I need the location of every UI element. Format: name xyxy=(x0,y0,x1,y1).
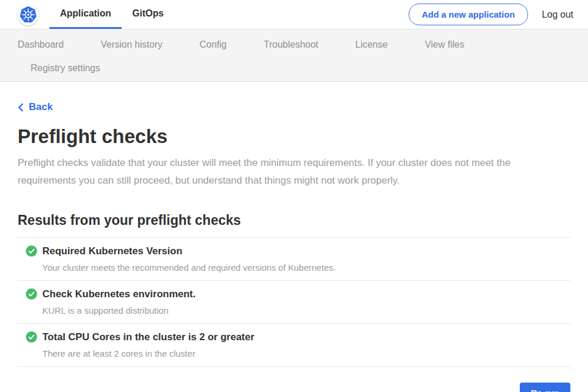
main-content: Back Preflight checks Preflight checks v… xyxy=(0,82,588,392)
preflight-check-row: Total CPU Cores in the cluster is 2 or g… xyxy=(18,323,570,366)
kubernetes-logo-icon xyxy=(18,5,38,25)
preflight-check-row: Required Kubernetes Version Your cluster… xyxy=(18,237,570,280)
subnav-row-1: Dashboard Version history Config Trouble… xyxy=(18,39,588,50)
check-title-row: Check Kubernetes environment. xyxy=(26,288,570,300)
check-title: Required Kubernetes Version xyxy=(42,245,182,257)
preflight-check-row: Check Kubernetes environment. KURL is a … xyxy=(18,280,570,323)
app-header: Application GitOps Add a new application… xyxy=(0,0,588,29)
subnav-item-troubleshoot[interactable]: Troubleshoot xyxy=(263,39,318,50)
check-title-row: Total CPU Cores in the cluster is 2 or g… xyxy=(26,331,570,343)
rerun-button[interactable]: Re-run xyxy=(520,383,570,392)
check-circle-icon xyxy=(26,331,37,343)
preflight-check-list: Required Kubernetes Version Your cluster… xyxy=(18,237,570,367)
chevron-left-icon xyxy=(18,103,24,112)
check-description: Your cluster meets the recommended and r… xyxy=(42,263,570,273)
kubernetes-logo[interactable] xyxy=(18,4,39,25)
check-description: KURL is a supported distribution xyxy=(42,305,570,315)
tab-gitops[interactable]: GitOps xyxy=(122,0,174,29)
check-circle-icon xyxy=(26,245,37,257)
logout-link[interactable]: Log out xyxy=(542,9,573,20)
back-link-label: Back xyxy=(29,101,53,113)
footer-actions: Re-run xyxy=(18,367,570,392)
subnav-item-version-history[interactable]: Version history xyxy=(101,39,162,50)
add-new-application-button[interactable]: Add a new application xyxy=(409,4,527,25)
subnav-item-view-files[interactable]: View files xyxy=(425,39,464,50)
page-description: Preflight checks validate that your clus… xyxy=(18,154,556,190)
check-title-row: Required Kubernetes Version xyxy=(26,245,570,257)
subnav-item-registry-settings[interactable]: Registry settings xyxy=(31,63,100,74)
subnav-row-2: Registry settings xyxy=(18,63,588,74)
tab-application[interactable]: Application xyxy=(49,0,122,29)
check-description: There are at least 2 cores in the cluste… xyxy=(42,348,570,358)
check-title: Total CPU Cores in the cluster is 2 or g… xyxy=(42,331,255,343)
check-title: Check Kubernetes environment. xyxy=(42,288,196,300)
page-title: Preflight checks xyxy=(18,125,570,148)
back-link[interactable]: Back xyxy=(18,101,53,113)
subnav-item-dashboard[interactable]: Dashboard xyxy=(18,39,64,50)
subnav-item-config[interactable]: Config xyxy=(199,39,226,50)
subnav-item-license[interactable]: License xyxy=(355,39,387,50)
header-tabs: Application GitOps xyxy=(49,0,174,29)
header-actions: Add a new application Log out xyxy=(409,0,573,29)
tab-gitops-label: GitOps xyxy=(132,8,163,19)
app-subnav: Dashboard Version history Config Trouble… xyxy=(0,29,588,82)
check-circle-icon xyxy=(26,288,37,300)
tab-application-label: Application xyxy=(60,8,111,19)
results-heading: Results from your preflight checks xyxy=(18,212,570,228)
